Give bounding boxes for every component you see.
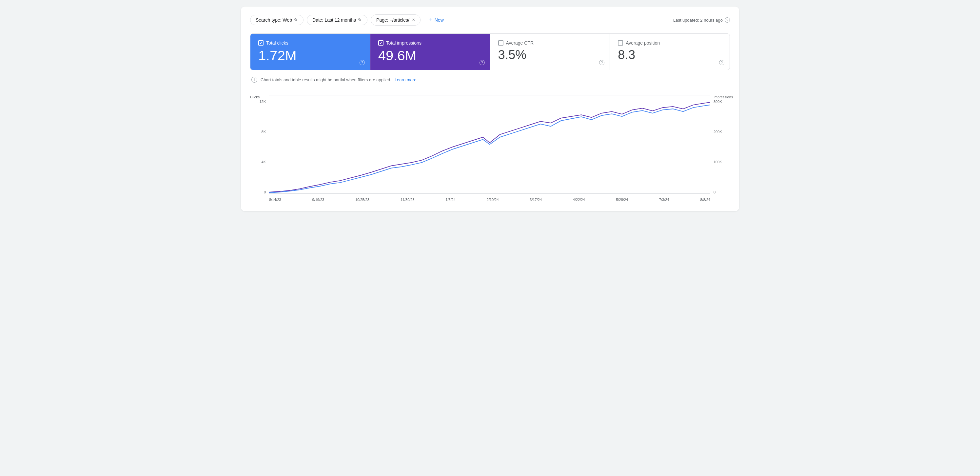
- x-label-6: 3/17/24: [530, 198, 542, 202]
- date-edit-icon[interactable]: ✎: [358, 18, 362, 22]
- chart-svg: [269, 95, 710, 194]
- total-clicks-help-icon[interactable]: ?: [360, 60, 365, 65]
- plus-icon: +: [429, 17, 433, 23]
- clicks-line: [269, 105, 710, 193]
- total-impressions-help-icon[interactable]: ?: [479, 60, 485, 65]
- x-label-4: 1/5/24: [445, 198, 456, 202]
- learn-more-link[interactable]: Learn more: [395, 77, 416, 82]
- new-button-label: New: [434, 18, 444, 22]
- chart-plot: 8/14/23 9/19/23 10/25/23 11/30/23 1/5/24…: [269, 95, 710, 203]
- y-left-8k: 8K: [262, 130, 266, 134]
- x-label-7: 4/22/24: [573, 198, 585, 202]
- y-left-12k: 12K: [259, 100, 266, 103]
- y-right-200k: 200K: [714, 130, 722, 134]
- total-impressions-value: 49.6M: [378, 48, 482, 63]
- search-type-filter[interactable]: Search type: Web ✎: [250, 15, 304, 25]
- date-label: Date: Last 12 months: [312, 18, 356, 22]
- y-right-300k: 300K: [714, 100, 722, 103]
- x-label-3: 11/30/23: [401, 198, 415, 202]
- metric-cards: Total clicks 1.72M ? Total impressions 4…: [250, 33, 730, 70]
- average-position-checkbox[interactable]: [618, 40, 623, 46]
- last-updated-help-icon[interactable]: ?: [725, 18, 730, 22]
- x-label-5: 2/10/24: [487, 198, 499, 202]
- y-axis-left-title: Clicks: [250, 95, 259, 99]
- page-filter[interactable]: Page: +/articles/ ×: [371, 14, 420, 25]
- x-axis-labels: 8/14/23 9/19/23 10/25/23 11/30/23 1/5/24…: [269, 194, 710, 203]
- new-filter-button[interactable]: + New: [424, 15, 449, 25]
- y-left-4k: 4K: [262, 160, 266, 164]
- average-position-label: Average position: [626, 40, 660, 46]
- search-type-label: Search type: Web: [256, 18, 292, 22]
- total-clicks-checkbox[interactable]: [258, 40, 264, 46]
- chart-axes: Clicks 12K 8K 4K 0: [250, 95, 730, 203]
- average-position-card[interactable]: Average position 8.3 ?: [610, 34, 730, 70]
- page-filter-close-icon[interactable]: ×: [412, 17, 415, 23]
- total-clicks-value: 1.72M: [258, 48, 362, 63]
- x-label-9: 7/3/24: [659, 198, 669, 202]
- chart-container: Clicks 12K 8K 4K 0: [250, 92, 730, 203]
- main-container: Search type: Web ✎ Date: Last 12 months …: [241, 6, 739, 211]
- total-clicks-card[interactable]: Total clicks 1.72M ?: [250, 34, 371, 70]
- average-position-help-icon[interactable]: ?: [719, 60, 724, 65]
- total-impressions-checkbox[interactable]: [378, 40, 383, 46]
- filter-bar: Search type: Web ✎ Date: Last 12 months …: [250, 14, 730, 25]
- y-axis-right: Impressions 300K 200K 100K 0: [710, 95, 730, 203]
- total-impressions-card[interactable]: Total impressions 49.6M ?: [371, 34, 490, 70]
- y-axis-left: Clicks 12K 8K 4K 0: [250, 95, 269, 203]
- date-filter[interactable]: Date: Last 12 months ✎: [307, 15, 368, 25]
- x-label-8: 5/28/24: [616, 198, 628, 202]
- last-updated-text: Last updated: 2 hours ago: [673, 18, 723, 22]
- average-position-value: 8.3: [618, 48, 722, 62]
- y-right-100k: 100K: [714, 160, 722, 164]
- total-impressions-label: Total impressions: [386, 40, 422, 46]
- y-right-0: 0: [714, 190, 716, 194]
- x-label-1: 9/19/23: [312, 198, 325, 202]
- average-ctr-label: Average CTR: [506, 40, 534, 46]
- last-updated: Last updated: 2 hours ago ?: [673, 18, 730, 22]
- y-left-0: 0: [264, 190, 266, 194]
- average-ctr-checkbox[interactable]: [498, 40, 503, 46]
- total-clicks-label: Total clicks: [266, 40, 288, 46]
- x-label-10: 8/8/24: [700, 198, 710, 202]
- info-icon: i: [251, 77, 257, 83]
- page-label: Page: +/articles/: [376, 18, 409, 22]
- search-type-edit-icon[interactable]: ✎: [294, 18, 298, 22]
- y-axis-right-title: Impressions: [714, 95, 733, 99]
- info-bar: i Chart totals and table results might b…: [250, 77, 730, 83]
- average-ctr-help-icon[interactable]: ?: [599, 60, 605, 65]
- x-label-2: 10/25/23: [355, 198, 369, 202]
- x-label-0: 8/14/23: [269, 198, 281, 202]
- average-ctr-card[interactable]: Average CTR 3.5% ?: [490, 34, 610, 70]
- average-ctr-value: 3.5%: [498, 48, 602, 62]
- info-message: Chart totals and table results might be …: [261, 77, 391, 82]
- impressions-line: [269, 102, 710, 192]
